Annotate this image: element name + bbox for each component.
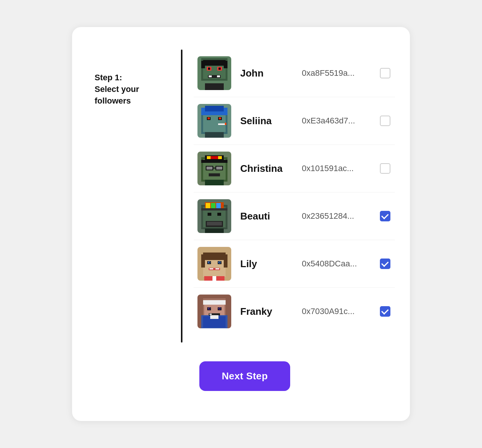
bottom-section: Next Step <box>95 361 395 398</box>
avatar-christina <box>197 152 231 185</box>
next-step-button[interactable]: Next Step <box>199 361 291 391</box>
avatar-beauti <box>197 199 231 233</box>
follower-name-lily: Lily <box>240 258 293 270</box>
step-label-line1: Step 1: <box>95 73 122 82</box>
follower-name-beauti: Beauti <box>240 210 293 222</box>
follower-name-christina: Christina <box>240 163 293 174</box>
avatar-lily <box>197 247 231 281</box>
follower-address-john: 0xa8F5519a... <box>302 68 370 78</box>
checkbox-wrapper-john <box>379 67 391 79</box>
main-card: Step 1: Select your followers John0xa8F5… <box>72 27 410 421</box>
checkbox-wrapper-christina <box>379 162 391 174</box>
step-label: Step 1: Select your followers <box>95 72 139 107</box>
list-item: Seliina0xE3a463d7... <box>194 97 395 145</box>
checkbox-beauti[interactable] <box>380 211 390 221</box>
follower-address-christina: 0x101591ac... <box>302 164 370 173</box>
avatar-wrapper-beauti <box>197 199 231 233</box>
left-panel: Step 1: Select your followers <box>95 50 170 343</box>
follower-name-john: John <box>240 68 293 79</box>
vertical-divider <box>181 50 182 343</box>
avatar-wrapper-john <box>197 56 231 90</box>
checkbox-franky[interactable] <box>380 306 390 317</box>
followers-list: John0xa8F5519a...Seliina0xE3a463d7...Chr… <box>194 50 395 343</box>
follower-address-seliina: 0xE3a463d7... <box>302 116 370 126</box>
follower-name-seliina: Seliina <box>240 115 293 127</box>
avatar-wrapper-christina <box>197 152 231 185</box>
checkbox-wrapper-seliina <box>379 115 391 127</box>
list-item: Christina0x101591ac... <box>194 145 395 192</box>
avatar-wrapper-lily <box>197 247 231 281</box>
avatar-john <box>197 56 231 90</box>
follower-address-beauti: 0x23651284... <box>302 211 370 221</box>
checkbox-wrapper-franky <box>379 305 391 317</box>
list-item: Beauti0x23651284... <box>194 192 395 240</box>
checkbox-john[interactable] <box>380 68 390 78</box>
follower-name-franky: Franky <box>240 306 293 317</box>
avatar-franky <box>197 295 231 328</box>
checkbox-christina[interactable] <box>380 163 390 174</box>
checkbox-seliina[interactable] <box>380 116 390 126</box>
follower-address-lily: 0x5408DCaa... <box>302 259 370 269</box>
list-item: Franky0x7030A91c... <box>194 288 395 335</box>
checkbox-lily[interactable] <box>380 259 390 269</box>
avatar-seliina <box>197 104 231 138</box>
list-item: Lily0x5408DCaa... <box>194 240 395 288</box>
layout: Step 1: Select your followers John0xa8F5… <box>95 50 395 343</box>
follower-address-franky: 0x7030A91c... <box>302 307 370 316</box>
avatar-wrapper-seliina <box>197 104 231 138</box>
step-label-line3: followers <box>95 96 131 105</box>
avatar-wrapper-franky <box>197 295 231 328</box>
step-label-line2: Select your <box>95 84 139 94</box>
checkbox-wrapper-lily <box>379 258 391 270</box>
checkbox-wrapper-beauti <box>379 210 391 222</box>
list-item: John0xa8F5519a... <box>194 50 395 97</box>
